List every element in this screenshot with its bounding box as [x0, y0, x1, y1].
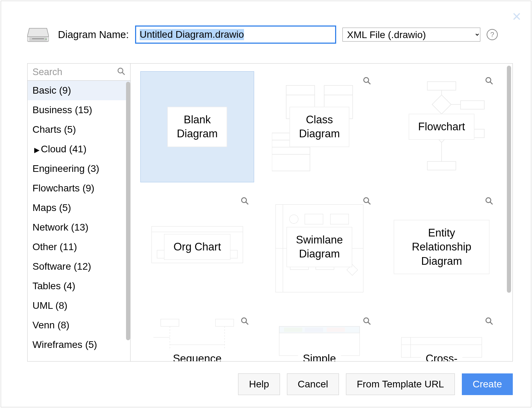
template-label: ClassDiagram — [289, 107, 349, 147]
svg-rect-57 — [161, 319, 179, 326]
svg-point-2 — [118, 68, 123, 73]
svg-line-13 — [368, 82, 370, 84]
svg-point-75 — [486, 318, 491, 323]
category-search-input[interactable] — [28, 64, 130, 80]
svg-rect-14 — [427, 82, 456, 90]
magnify-icon[interactable] — [241, 197, 249, 205]
svg-point-63 — [242, 318, 246, 323]
category-item-business[interactable]: Business (15) — [28, 100, 130, 120]
category-item-flowcharts[interactable]: Flowcharts (9) — [28, 178, 130, 198]
magnify-icon[interactable] — [241, 317, 249, 325]
svg-rect-69 — [327, 328, 345, 332]
file-format-select[interactable]: XML File (.drawio) — [342, 28, 480, 42]
diagram-name-input[interactable] — [135, 26, 336, 44]
svg-rect-68 — [305, 328, 323, 332]
svg-line-64 — [246, 322, 248, 325]
svg-rect-45 — [330, 214, 348, 224]
magnify-icon[interactable] — [363, 197, 371, 205]
dialog-header: Diagram Name: XML File (.drawio) ? — [1, 1, 531, 52]
template-class-diagram[interactable]: ClassDiagram — [263, 71, 376, 182]
template-simple[interactable]: Simple — [263, 312, 376, 361]
template-cross[interactable]: Cross- — [385, 312, 498, 361]
svg-line-50 — [368, 202, 370, 204]
category-item-cloud[interactable]: ▶Cloud (41) — [28, 139, 130, 159]
template-org-chart[interactable]: Org Chart — [140, 191, 254, 303]
magnify-icon[interactable] — [363, 317, 371, 325]
svg-line-71 — [368, 322, 370, 325]
template-label: BlankDiagram — [167, 107, 227, 147]
template-sequence[interactable]: Sequence — [140, 312, 254, 361]
svg-point-12 — [364, 78, 369, 82]
magnify-icon[interactable] — [485, 197, 493, 205]
svg-rect-58 — [215, 319, 234, 326]
template-grid-wrap: BlankDiagram ClassDiagram — [131, 64, 512, 361]
sidebar-scrollbar[interactable] — [126, 82, 130, 340]
template-label: Org Chart — [164, 234, 230, 260]
template-label: SwimlaneDiagram — [287, 227, 352, 267]
category-list: Basic (9) Business (15) Charts (5) ▶Clou… — [28, 81, 130, 361]
help-button[interactable]: Help — [238, 373, 280, 395]
template-grid: BlankDiagram ClassDiagram — [131, 64, 512, 361]
svg-point-70 — [364, 318, 369, 323]
svg-line-26 — [490, 82, 493, 84]
search-icon[interactable] — [117, 67, 125, 75]
svg-line-56 — [490, 202, 493, 204]
svg-point-25 — [486, 78, 491, 82]
dialog-footer: Help Cancel From Template URL Create — [238, 373, 513, 395]
svg-rect-44 — [305, 214, 323, 224]
template-label: Sequence — [168, 350, 227, 361]
svg-point-43 — [289, 215, 298, 224]
magnify-icon[interactable] — [363, 76, 371, 85]
category-item-network[interactable]: Network (13) — [28, 218, 130, 237]
svg-point-38 — [242, 198, 246, 203]
template-label: Cross- — [421, 350, 462, 361]
template-label: Flowchart — [409, 114, 474, 140]
category-item-basic[interactable]: Basic (9) — [28, 81, 130, 100]
svg-line-39 — [246, 202, 248, 204]
category-item-maps[interactable]: Maps (5) — [28, 198, 130, 218]
help-icon[interactable]: ? — [487, 29, 498, 40]
category-item-venn[interactable]: Venn (8) — [28, 315, 130, 335]
cancel-button[interactable]: Cancel — [287, 373, 339, 395]
template-entity-relationship[interactable]: Entity Relationship Diagram — [385, 191, 498, 303]
from-template-url-button[interactable]: From Template URL — [346, 373, 455, 395]
category-item-wireframes[interactable]: Wireframes (5) — [28, 335, 130, 355]
magnify-icon[interactable] — [485, 317, 493, 325]
category-item-tables[interactable]: Tables (4) — [28, 276, 130, 296]
svg-rect-19 — [427, 161, 456, 170]
grid-scrollbar[interactable] — [507, 66, 511, 293]
template-label: Simple — [298, 350, 341, 361]
disk-drive-icon — [27, 27, 49, 42]
new-diagram-dialog: × Diagram Name: XML File (.drawio) ? — [1, 1, 531, 407]
category-item-other[interactable]: Other (11) — [28, 237, 130, 257]
svg-point-1 — [46, 39, 47, 40]
close-icon[interactable]: × — [512, 9, 521, 24]
template-label: Entity Relationship Diagram — [394, 220, 489, 274]
svg-rect-16 — [460, 101, 484, 109]
template-flowchart[interactable]: Flowchart — [385, 71, 498, 182]
magnify-icon[interactable] — [485, 76, 493, 85]
category-item-engineering[interactable]: Engineering (3) — [28, 159, 130, 178]
category-item-software[interactable]: Software (12) — [28, 257, 130, 276]
category-item-charts[interactable]: Charts (5) — [28, 120, 130, 139]
template-blank-diagram[interactable]: BlankDiagram — [140, 71, 254, 182]
svg-point-55 — [486, 198, 491, 203]
svg-line-3 — [122, 72, 125, 75]
svg-rect-67 — [284, 328, 302, 332]
svg-point-49 — [364, 198, 369, 203]
create-button[interactable]: Create — [462, 373, 513, 395]
svg-line-76 — [490, 322, 493, 325]
dialog-body: Basic (9) Business (15) Charts (5) ▶Clou… — [27, 63, 513, 362]
diagram-name-label: Diagram Name: — [55, 29, 129, 41]
svg-marker-15 — [432, 95, 451, 114]
category-item-uml[interactable]: UML (8) — [28, 296, 130, 315]
category-sidebar: Basic (9) Business (15) Charts (5) ▶Clou… — [28, 64, 131, 361]
template-swimlane-diagram[interactable]: SwimlaneDiagram — [263, 191, 376, 303]
expand-triangle-icon[interactable]: ▶ — [32, 146, 41, 154]
